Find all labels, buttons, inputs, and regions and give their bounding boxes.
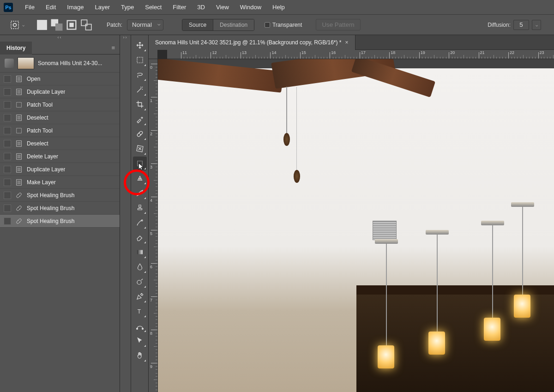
ruler-tick-label: 12 [212, 50, 217, 55]
svg-rect-17 [17, 102, 22, 107]
source-button[interactable]: Source [182, 19, 213, 30]
history-item[interactable]: Make Layer [0, 176, 120, 189]
history-brush-tool[interactable] [133, 216, 147, 229]
history-snapshot-checkbox[interactable] [4, 192, 11, 199]
red-eye-tool[interactable] [133, 171, 147, 185]
panel-collapse-right[interactable]: ›› [120, 35, 131, 42]
photo-pendant-light [378, 345, 394, 368]
svg-point-50 [138, 133, 139, 134]
brush-tool[interactable] [133, 186, 147, 200]
svg-rect-56 [137, 250, 143, 254]
mode-icon-3[interactable] [65, 19, 78, 30]
history-item[interactable]: Patch Tool [0, 98, 120, 111]
chevron-down-icon: ⌵ [22, 23, 24, 27]
history-item[interactable]: Duplicate Layer [0, 163, 120, 176]
menu-view[interactable]: View [211, 1, 235, 13]
history-tab[interactable]: History [0, 42, 32, 54]
hand-tool[interactable] [133, 349, 147, 362]
history-snapshot-checkbox[interactable] [4, 217, 11, 225]
path-tool[interactable] [133, 319, 147, 333]
history-source-label: Sonoma Hills Unit 24-30... [38, 60, 102, 66]
history-snapshot-checkbox[interactable] [4, 140, 11, 147]
history-snapshot-checkbox[interactable] [4, 88, 11, 96]
destination-button[interactable]: Destination [213, 19, 254, 30]
panel-menu-icon[interactable]: ≡ [107, 44, 120, 51]
lasso-tool[interactable] [133, 68, 147, 82]
mode-icon-4[interactable] [80, 19, 93, 30]
menu-layer[interactable]: Layer [90, 1, 116, 13]
history-item[interactable]: Spot Healing Brush [0, 189, 120, 202]
history-step-icon [15, 165, 23, 174]
history-snapshot-checkbox[interactable] [4, 166, 11, 173]
close-icon[interactable]: × [345, 39, 349, 46]
history-step-icon [15, 139, 23, 148]
history-step-icon [15, 75, 23, 83]
mode-icon-2[interactable] [50, 19, 63, 30]
history-item[interactable]: Open [0, 72, 120, 85]
ruler-tick-label: 11 [182, 50, 187, 55]
patch-mode-select[interactable]: Normal [127, 19, 163, 30]
menu-3d[interactable]: 3D [192, 1, 211, 13]
type-tool[interactable]: T [133, 304, 147, 318]
menu-file[interactable]: File [19, 1, 40, 13]
blur-tool[interactable] [133, 260, 147, 274]
spot-healing-tool[interactable] [133, 127, 147, 141]
marquee-tool[interactable] [133, 53, 147, 67]
menu-window[interactable]: Window [235, 1, 267, 13]
history-step-label: Delete Layer [27, 153, 58, 160]
history-item[interactable]: Deselect [0, 111, 120, 124]
menu-image[interactable]: Image [61, 1, 89, 13]
move-tool[interactable] [133, 38, 147, 52]
diffusion-stepper[interactable]: ⌵ [532, 20, 541, 30]
history-item[interactable]: Duplicate Layer [0, 85, 120, 98]
history-snapshot-checkbox[interactable] [4, 75, 11, 83]
ruler-horizontal[interactable]: 11121314151617181920212223 [167, 50, 554, 59]
diffusion-input[interactable] [513, 20, 529, 30]
patch-tool[interactable] [133, 157, 147, 170]
eyedropper-tool[interactable] [133, 112, 147, 126]
ruler-vertical[interactable]: 0123456789 [149, 59, 158, 392]
patch-tool-1[interactable] [133, 142, 147, 156]
menu-type[interactable]: Type [115, 1, 139, 13]
history-step-label: Patch Tool [27, 102, 53, 108]
pen-tool[interactable] [133, 289, 147, 303]
gradient-tool[interactable] [133, 245, 147, 259]
svg-point-57 [137, 280, 141, 284]
document-viewport[interactable] [158, 59, 554, 392]
ruler-tick-label: 5 [150, 231, 152, 236]
magic-wand-tool[interactable] [133, 83, 147, 96]
tool-preset-picker[interactable]: ⌵ [8, 19, 24, 30]
history-source-row[interactable]: Sonoma Hills Unit 24-30... [0, 54, 120, 72]
history-snapshot-checkbox[interactable] [4, 153, 11, 160]
history-snapshot-checkbox[interactable] [4, 127, 11, 134]
crop-tool[interactable] [133, 97, 147, 111]
history-item[interactable]: Spot Healing Brush [0, 215, 120, 228]
dodge-tool[interactable] [133, 275, 147, 289]
history-item[interactable]: Deselect [0, 137, 120, 150]
history-snapshot-checkbox[interactable] [4, 179, 11, 186]
clone-stamp-tool[interactable] [133, 201, 147, 215]
menu-filter[interactable]: Filter [167, 1, 192, 13]
patch-mode-dropdown[interactable]: Normal [127, 19, 163, 30]
document-tab[interactable]: Sonoma Hills Unit 24-302 3521.jpg @ 21.1… [149, 35, 355, 50]
panel-collapse-left[interactable]: ‹‹ [0, 35, 120, 42]
menu-select[interactable]: Select [139, 1, 167, 13]
direct-select-tool[interactable] [133, 334, 147, 348]
svg-rect-48 [137, 57, 143, 63]
menu-help[interactable]: Help [267, 1, 290, 13]
history-item[interactable]: Patch Tool [0, 124, 120, 137]
svg-rect-39 [16, 192, 22, 198]
ruler-origin[interactable] [149, 50, 158, 59]
history-step-icon [15, 127, 23, 135]
history-snapshot-checkbox[interactable] [4, 205, 11, 212]
history-item[interactable]: Spot Healing Brush [0, 202, 120, 215]
history-snapshot-checkbox[interactable] [4, 101, 11, 109]
svg-rect-7 [81, 20, 87, 25]
transparent-checkbox[interactable]: Transparent [265, 22, 302, 28]
mode-icon-1[interactable] [36, 19, 48, 30]
menu-edit[interactable]: Edit [40, 1, 61, 13]
eraser-tool[interactable] [133, 230, 147, 244]
ruler-tick-label: 20 [450, 50, 455, 55]
history-item[interactable]: Delete Layer [0, 150, 120, 163]
history-snapshot-checkbox[interactable] [4, 114, 11, 121]
